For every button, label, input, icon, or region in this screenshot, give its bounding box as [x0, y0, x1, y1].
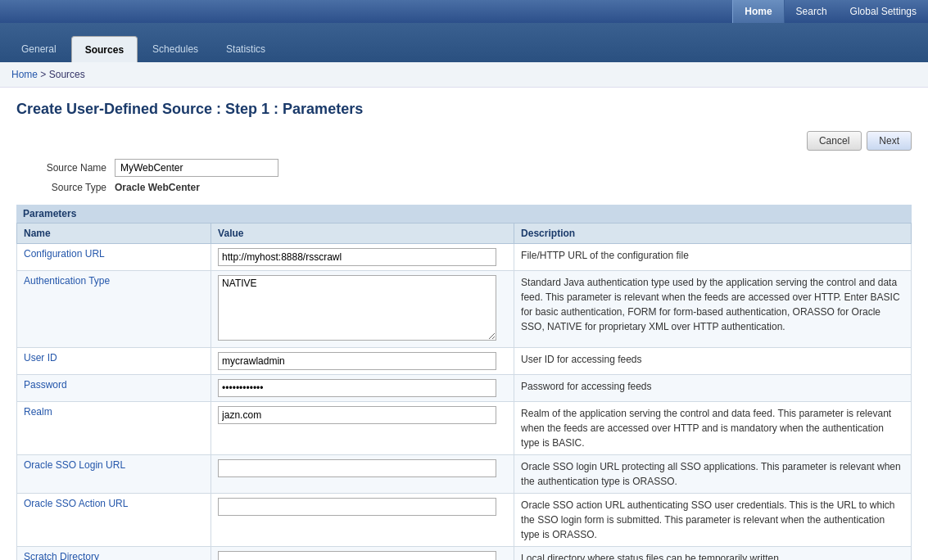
param-desc-cell: Standard Java authentication type used b… — [514, 271, 912, 348]
param-desc-cell: Realm of the application serving the con… — [514, 402, 912, 455]
col-header-name: Name — [17, 224, 211, 244]
table-row: Scratch DirectoryLocal directory where s… — [17, 547, 912, 561]
param-value-cell — [211, 547, 514, 561]
tab-bar: General Sources Schedules Statistics — [0, 23, 928, 62]
table-row: Oracle SSO Action URLOracle SSO action U… — [17, 494, 912, 547]
source-type-value: Oracle WebCenter — [115, 182, 200, 193]
breadcrumb-home-link[interactable]: Home — [11, 69, 38, 80]
param-name-cell: User ID — [17, 348, 211, 375]
col-header-desc: Description — [514, 224, 912, 244]
param-desc-cell: Oracle SSO login URL protecting all SSO … — [514, 455, 912, 494]
param-desc-cell: Oracle SSO action URL authenticating SSO… — [514, 494, 912, 547]
table-row: Configuration URLFile/HTTP URL of the co… — [17, 244, 912, 271]
source-type-label: Source Type — [16, 182, 115, 193]
page-title: Create User-Defined Source : Step 1 : Pa… — [16, 101, 912, 118]
table-row: Oracle SSO Login URLOracle SSO login URL… — [17, 455, 912, 494]
breadcrumb: Home > Sources — [0, 62, 928, 88]
param-value-cell: NATIVE — [211, 271, 514, 348]
main-content: Create User-Defined Source : Step 1 : Pa… — [0, 88, 928, 560]
source-name-label: Source Name — [16, 162, 115, 174]
param-value-textarea[interactable]: NATIVE — [218, 275, 496, 341]
home-button[interactable]: Home — [732, 0, 784, 23]
tab-statistics[interactable]: Statistics — [213, 36, 278, 62]
param-value-text-input[interactable] — [218, 498, 496, 516]
param-value-text-input[interactable] — [218, 459, 496, 477]
next-button[interactable]: Next — [867, 131, 912, 151]
source-info: Source Name Source Type Oracle WebCenter — [16, 159, 912, 193]
parameters-table: Name Value Description Configuration URL… — [16, 223, 912, 560]
param-value-text-input[interactable] — [218, 551, 496, 560]
parameters-section-header: Parameters — [16, 205, 912, 223]
breadcrumb-separator: > — [40, 69, 48, 80]
tab-general[interactable]: General — [8, 36, 70, 62]
col-header-value: Value — [211, 224, 514, 244]
param-value-cell — [211, 244, 514, 271]
tab-schedules[interactable]: Schedules — [139, 36, 211, 62]
table-row: User IDUser ID for accessing feeds — [17, 348, 912, 375]
param-desc-cell: File/HTTP URL of the configuration file — [514, 244, 912, 271]
param-value-password-input[interactable] — [218, 379, 496, 397]
param-value-cell — [211, 375, 514, 402]
table-row: RealmRealm of the application serving th… — [17, 402, 912, 455]
param-value-cell — [211, 455, 514, 494]
table-row: Authentication TypeNATIVEStandard Java a… — [17, 271, 912, 348]
breadcrumb-current: Sources — [49, 69, 85, 80]
param-desc-cell: Password for accessing feeds — [514, 375, 912, 402]
param-name-cell: Scratch Directory — [17, 547, 211, 561]
param-value-text-input[interactable] — [218, 352, 496, 370]
param-name-cell: Oracle SSO Login URL — [17, 455, 211, 494]
top-navigation: Home Search Global Settings — [0, 0, 928, 23]
table-row: PasswordPassword for accessing feeds — [17, 375, 912, 402]
param-name-cell: Authentication Type — [17, 271, 211, 348]
search-button[interactable]: Search — [785, 0, 839, 23]
param-name-cell: Oracle SSO Action URL — [17, 494, 211, 547]
param-value-cell — [211, 494, 514, 547]
param-value-text-input[interactable] — [218, 248, 496, 266]
global-settings-button[interactable]: Global Settings — [839, 0, 928, 23]
source-type-row: Source Type Oracle WebCenter — [16, 182, 912, 193]
param-name-cell: Password — [17, 375, 211, 402]
param-name-cell: Realm — [17, 402, 211, 455]
source-name-input[interactable] — [115, 159, 278, 177]
param-value-cell — [211, 348, 514, 375]
button-row: Cancel Next — [16, 131, 912, 151]
param-name-cell: Configuration URL — [17, 244, 211, 271]
tab-sources[interactable]: Sources — [71, 36, 138, 62]
source-name-row: Source Name — [16, 159, 912, 177]
param-value-text-input[interactable] — [218, 406, 496, 424]
param-desc-cell: User ID for accessing feeds — [514, 348, 912, 375]
param-value-cell — [211, 402, 514, 455]
cancel-button[interactable]: Cancel — [807, 131, 862, 151]
param-desc-cell: Local directory where status files can b… — [514, 547, 912, 561]
